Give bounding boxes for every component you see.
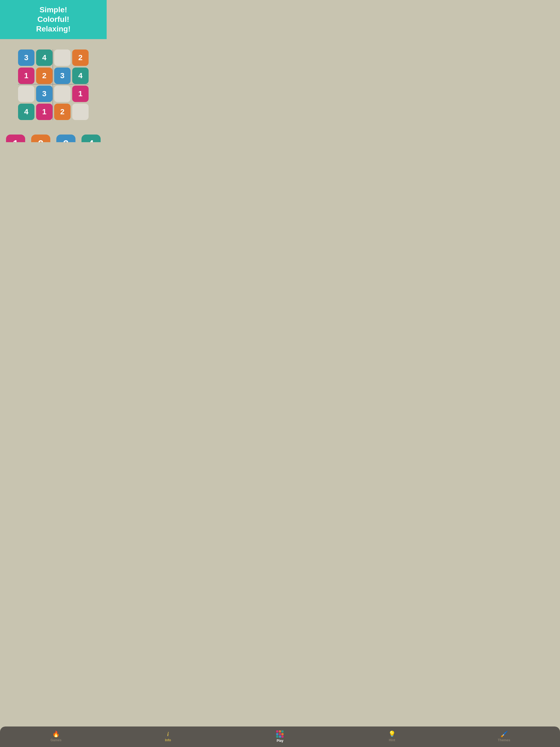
- tile-button-3[interactable]: 3: [56, 134, 75, 142]
- header-banner: Simple! Colorful! Relaxing!: [0, 0, 107, 39]
- grid-cell-6[interactable]: 3: [54, 68, 71, 84]
- app-container: Simple! Colorful! Relaxing! 342123431412…: [0, 0, 107, 142]
- tile-4[interactable]: 4: [81, 134, 101, 142]
- tile-button-4[interactable]: 4: [81, 134, 101, 142]
- header-title: Simple! Colorful! Relaxing!: [3, 5, 104, 34]
- number-tiles-row: 1234: [6, 134, 101, 142]
- header-line2: Colorful!: [37, 15, 70, 24]
- grid-cell-0[interactable]: 3: [18, 50, 34, 66]
- sudoku-grid: 342123431412: [16, 47, 91, 122]
- tile-3[interactable]: 3: [56, 134, 75, 142]
- tile-button-2[interactable]: 2: [31, 134, 50, 142]
- grid-cell-3[interactable]: 2: [72, 50, 88, 66]
- grid-cell-11[interactable]: 1: [72, 85, 88, 102]
- grid-cell-9[interactable]: 3: [36, 85, 52, 102]
- grid-cell-4[interactable]: 1: [18, 68, 34, 84]
- header-line1: Simple!: [40, 5, 67, 14]
- grid-cell-10[interactable]: [54, 85, 71, 102]
- grid-cell-1[interactable]: 4: [36, 50, 52, 66]
- grid-cell-15[interactable]: [72, 104, 88, 120]
- grid-cell-12[interactable]: 4: [18, 104, 34, 120]
- tile-1[interactable]: 1: [6, 134, 25, 142]
- tile-2[interactable]: 2: [31, 134, 50, 142]
- header-line3: Relaxing!: [36, 25, 71, 33]
- grid-cell-14[interactable]: 2: [54, 104, 71, 120]
- tile-button-1[interactable]: 1: [6, 134, 25, 142]
- grid-cell-13[interactable]: 1: [36, 104, 52, 120]
- main-content: 342123431412 1234: [0, 39, 107, 142]
- grid-cell-5[interactable]: 2: [36, 68, 52, 84]
- grid-cell-8[interactable]: [18, 85, 34, 102]
- grid-cell-2[interactable]: [54, 50, 71, 66]
- grid-cell-7[interactable]: 4: [72, 68, 88, 84]
